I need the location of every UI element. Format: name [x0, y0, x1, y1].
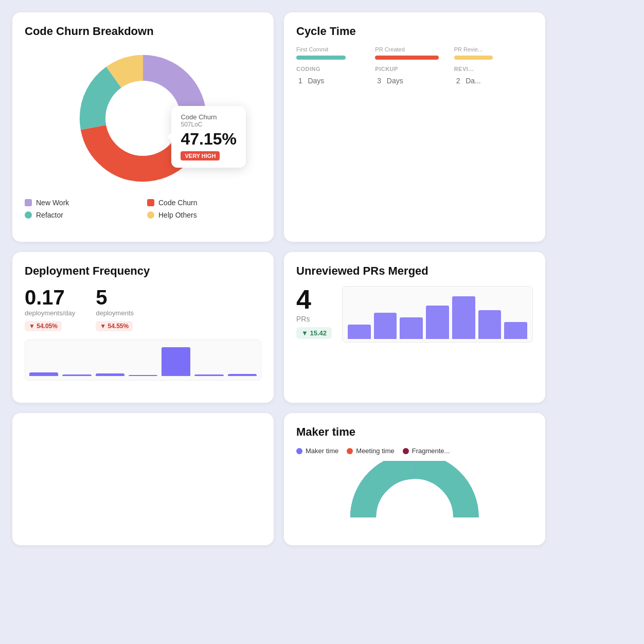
pr-badge-text: ▼ 15.42 — [301, 329, 327, 337]
deployment-card: Deployment Frequency 0.17 deployments/da… — [12, 252, 274, 403]
maker-legend: Maker time Meeting time Fragmente... — [296, 447, 533, 455]
deployment-chart — [25, 339, 261, 381]
stat-sublabel-count: deployments — [96, 309, 134, 317]
cycle-days-1: 3 Days — [375, 72, 445, 86]
maker-dot-fragmented — [403, 448, 409, 454]
cycle-bar-1 — [375, 56, 439, 60]
deploy-bar-1 — [62, 374, 91, 376]
cycle-step-coding: First Commit CODING 1 Days — [296, 46, 375, 86]
pr-bar-1 — [374, 313, 397, 339]
cycle-days-num-1: 3 — [377, 77, 381, 85]
cycle-step-review: PR Revie... REVI... 2 Da... — [454, 46, 533, 86]
legend-label-help-others: Help Others — [158, 211, 197, 219]
deploy-bar-2 — [96, 373, 124, 376]
deploy-bar-4 — [162, 347, 190, 376]
legend-dot-refactor — [25, 211, 32, 219]
maker-time-card: Maker time Maker time Meeting time Fragm… — [284, 413, 545, 545]
maker-chart-area — [296, 461, 533, 523]
cycle-step-label-1: PR Created — [375, 46, 445, 52]
cycle-days-unit-1: Days — [387, 77, 403, 85]
maker-legend-label-1: Meeting time — [356, 447, 394, 455]
maker-dot-meeting — [347, 448, 353, 454]
cycle-step-label-2: PR Revie... — [454, 46, 525, 52]
code-churn-card: Code Churn Breakdown Code Churn 507LoC 4… — [12, 12, 274, 242]
stat-sublabel-rate: deployments/day — [25, 309, 75, 317]
deployment-title: Deployment Frequency — [25, 264, 261, 278]
bottom-left-card — [12, 413, 274, 545]
cycle-days-unit-2: Da... — [466, 77, 481, 85]
cycle-step-pickup: PR Created PICKUP 3 Days — [375, 46, 454, 86]
cycle-steps: First Commit CODING 1 Days PR Created PI… — [296, 46, 533, 86]
legend-label-refactor: Refactor — [36, 211, 63, 219]
tooltip-label: Code Churn — [181, 113, 237, 121]
stat-badge-rate: ▼ 54.05% — [25, 321, 62, 331]
legend-dot-code-churn — [147, 199, 154, 206]
tooltip-arrow — [167, 133, 171, 141]
cycle-phase-2: REVI... — [454, 66, 525, 72]
cycle-phase-0: CODING — [296, 66, 367, 72]
maker-legend-fragmented: Fragmente... — [403, 447, 450, 455]
cycle-step-label-0: First Commit — [296, 46, 367, 52]
pr-bar-0 — [348, 325, 371, 339]
legend-dot-help-others — [147, 211, 154, 219]
legend-item-help-others: Help Others — [147, 211, 261, 219]
deploy-bar-5 — [194, 374, 223, 375]
legend-item-code-churn: Code Churn — [147, 199, 261, 207]
dashboard: Code Churn Breakdown Code Churn 507LoC 4… — [0, 0, 558, 558]
cycle-bar-0 — [296, 56, 346, 60]
deploy-bar-3 — [129, 375, 157, 376]
deployment-stats: 0.17 deployments/day ▼ 54.05% 5 deployme… — [25, 286, 261, 331]
maker-dot-maker — [296, 448, 302, 454]
maker-donut-chart — [348, 461, 481, 523]
maker-legend-maker: Maker time — [296, 447, 338, 455]
cycle-days-num-0: 1 — [298, 77, 302, 85]
stat-value-rate: 0.17 — [25, 286, 75, 309]
pr-bar-4 — [452, 296, 475, 339]
stat-block-rate: 0.17 deployments/day ▼ 54.05% — [25, 286, 75, 331]
cycle-days-2: 2 Da... — [454, 72, 525, 86]
unreviewed-prs-card: Unreviewed PRs Merged 4 PRs ▼ 15.42 — [284, 252, 545, 403]
unreviewed-content: 4 PRs ▼ 15.42 — [296, 286, 533, 343]
donut-chart-container: Code Churn 507LoC 47.15% VERY HIGH — [71, 46, 215, 190]
code-churn-title: Code Churn Breakdown — [25, 25, 261, 38]
pr-count: 4 — [296, 286, 332, 313]
tooltip-percentage: 47.15% — [181, 130, 237, 148]
tooltip-loc: 507LoC — [181, 121, 237, 128]
pr-bar-3 — [426, 306, 449, 338]
stat-badge-count: ▼ 54.55% — [96, 321, 133, 331]
legend-item-refactor: Refactor — [25, 211, 139, 219]
pr-stat-block: 4 PRs ▼ 15.42 — [296, 286, 332, 339]
pr-bar-chart — [342, 286, 533, 343]
donut-tooltip: Code Churn 507LoC 47.15% VERY HIGH — [171, 106, 246, 168]
legend-label-new-work: New Work — [36, 199, 69, 207]
cycle-phase-1: PICKUP — [375, 66, 445, 72]
stat-value-count: 5 — [96, 286, 134, 309]
maker-legend-label-0: Maker time — [306, 447, 338, 455]
deploy-bar-6 — [228, 374, 257, 376]
maker-legend-meeting: Meeting time — [347, 447, 394, 455]
pr-label: PRs — [296, 315, 332, 323]
tooltip-badge: VERY HIGH — [181, 151, 220, 160]
maker-legend-label-2: Fragmente... — [412, 447, 450, 455]
cycle-bar-2 — [454, 56, 493, 60]
pr-bar-5 — [478, 310, 502, 338]
pr-badge: ▼ 15.42 — [296, 327, 332, 339]
legend-dot-new-work — [25, 199, 32, 206]
legend-label-code-churn: Code Churn — [158, 199, 198, 207]
chart-legend: New Work Code Churn Refactor Help Others — [25, 199, 261, 219]
unreviewed-prs-title: Unreviewed PRs Merged — [296, 264, 533, 278]
cycle-days-unit-0: Days — [308, 77, 324, 85]
stat-block-count: 5 deployments ▼ 54.55% — [96, 286, 134, 331]
bottom-left-placeholder — [25, 425, 261, 533]
cycle-time-title: Cycle Time — [296, 25, 533, 38]
svg-point-4 — [105, 81, 181, 156]
cycle-days-0: 1 Days — [296, 72, 367, 86]
pr-bar-6 — [504, 322, 527, 338]
cycle-days-num-2: 2 — [456, 77, 460, 85]
pr-bar-2 — [400, 317, 423, 338]
maker-time-title: Maker time — [296, 425, 533, 439]
legend-item-new-work: New Work — [25, 199, 139, 207]
deploy-bar-0 — [29, 372, 58, 375]
cycle-time-card: Cycle Time First Commit CODING 1 Days PR… — [284, 12, 545, 242]
